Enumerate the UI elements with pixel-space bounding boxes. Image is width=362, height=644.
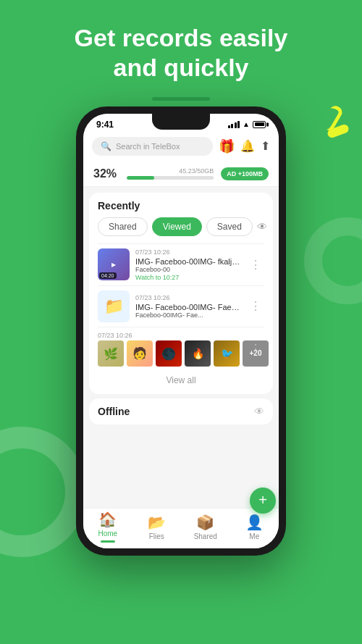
nav-home-indicator bbox=[101, 540, 115, 543]
file-item-video[interactable]: ▶ 04:20 07/23 10:26 IMG- Faceboo-00IMG- … bbox=[98, 243, 264, 285]
storage-percent: 32% bbox=[93, 167, 119, 180]
search-placeholder: Search in TeleBox bbox=[116, 142, 180, 151]
storage-used: 45.23/50GB bbox=[127, 167, 214, 175]
video-thumbnail: ▶ 04:20 bbox=[98, 248, 130, 280]
phone-notch bbox=[152, 114, 210, 130]
view-all-link[interactable]: View all bbox=[98, 371, 264, 387]
home-icon: 🏠 bbox=[98, 511, 117, 528]
image-thumb-3 bbox=[156, 340, 182, 367]
file-item-images[interactable]: 07/23 10:26 🧑 🐦 +20 ⋮ bbox=[98, 327, 264, 371]
offline-section: Offline 👁 bbox=[89, 398, 273, 425]
recently-title: Recently bbox=[98, 200, 264, 212]
gift-icon[interactable]: 🎁 bbox=[219, 138, 235, 154]
file-info-video: 07/23 10:26 IMG- Faceboo-00IMG- fkaljfa3… bbox=[135, 248, 241, 281]
image-thumb-1 bbox=[98, 340, 124, 367]
bell-icon[interactable]: 🔔 bbox=[240, 139, 255, 153]
content-area: Recently Shared Viewed Saved 👁 ▶ bbox=[83, 187, 279, 508]
file-watch: Watch to 10:27 bbox=[135, 274, 241, 281]
nav-home[interactable]: 🏠 Home bbox=[83, 509, 132, 548]
shared-icon: 📦 bbox=[196, 514, 214, 531]
filter-row: Shared Viewed Saved 👁 bbox=[98, 217, 264, 236]
search-bar[interactable]: 🔍 Search in TeleBox bbox=[92, 137, 213, 156]
file-name-1: IMG- Faceboo-00IMG- fkaljfa32r bbox=[135, 257, 241, 266]
storage-row: 32% 45.23/50GB AD +100MB bbox=[83, 162, 279, 187]
phone-screen: 9:41 ▲ 🔍 Se bbox=[83, 114, 279, 548]
me-icon: 👤 bbox=[245, 514, 264, 531]
file-date-2: 07/23 10:26 bbox=[135, 294, 241, 301]
filter-saved[interactable]: Saved bbox=[206, 217, 253, 236]
image-thumb-2: 🧑 bbox=[127, 340, 153, 367]
file-more-icon-3[interactable]: ⋮ bbox=[247, 342, 264, 356]
file-info-folder: 07/23 10:26 IMG- Faceboo-00IMG- Fae...IM… bbox=[135, 294, 241, 319]
status-icons: ▲ bbox=[228, 120, 266, 128]
recently-section: Recently Shared Viewed Saved 👁 ▶ bbox=[89, 193, 273, 394]
offline-eye-icon[interactable]: 👁 bbox=[254, 406, 264, 417]
phone-frame: 9:41 ▲ 🔍 Se bbox=[76, 106, 286, 556]
eye-icon[interactable]: 👁 bbox=[257, 221, 267, 233]
folder-icon: 📁 bbox=[104, 297, 124, 316]
file-more-icon-2[interactable]: ⋮ bbox=[247, 299, 264, 313]
video-duration: 04:20 bbox=[99, 272, 117, 279]
hero-line1: Get records easily bbox=[75, 24, 288, 51]
storage-bar: 45.23/50GB bbox=[127, 167, 214, 180]
nav-me-label: Me bbox=[249, 532, 259, 540]
nav-flies-label: Flies bbox=[149, 532, 164, 540]
ad-button[interactable]: AD +100MB bbox=[221, 167, 269, 180]
signal-icon bbox=[228, 121, 240, 128]
file-more-icon-1[interactable]: ⋮ bbox=[247, 258, 264, 272]
storage-fill bbox=[127, 176, 154, 180]
nav-me[interactable]: 👤 Me bbox=[230, 509, 279, 548]
nav-flies[interactable]: 📂 Flies bbox=[132, 509, 182, 548]
file-sub-1: Faceboo-00 bbox=[135, 266, 241, 273]
file-name-2: IMG- Faceboo-00IMG- Fae...IMG- bbox=[135, 303, 241, 311]
battery-icon bbox=[253, 121, 266, 128]
filter-shared[interactable]: Shared bbox=[98, 217, 148, 236]
status-time: 9:41 bbox=[96, 120, 114, 130]
search-icon: 🔍 bbox=[101, 141, 111, 151]
image-thumb-4 bbox=[185, 340, 211, 367]
folder-thumbnail: 📁 bbox=[98, 290, 130, 322]
image-thumb-5: 🐦 bbox=[214, 340, 240, 367]
file-date-1: 07/23 10:26 bbox=[135, 248, 241, 256]
wifi-icon: ▲ bbox=[243, 120, 250, 128]
file-item-folder[interactable]: 📁 07/23 10:26 IMG- Faceboo-00IMG- Fae...… bbox=[98, 285, 264, 327]
filter-viewed[interactable]: Viewed bbox=[152, 217, 202, 236]
hero-text: Get records easily and quickly bbox=[0, 0, 362, 94]
image-row: 🧑 🐦 +20 bbox=[98, 340, 241, 367]
upload-icon[interactable]: ⬆ bbox=[261, 139, 270, 153]
offline-title: Offline bbox=[98, 406, 130, 417]
flies-icon: 📂 bbox=[148, 514, 166, 531]
hero-line2: and quickly bbox=[113, 54, 248, 81]
fab-add-button[interactable]: + bbox=[250, 488, 276, 514]
file-info-images: 07/23 10:26 🧑 🐦 +20 bbox=[98, 332, 241, 367]
bottom-nav: 🏠 Home 📂 Flies 📦 Shared 👤 Me bbox=[83, 508, 279, 548]
nav-shared[interactable]: 📦 Shared bbox=[181, 509, 230, 548]
file-date-3: 07/23 10:26 bbox=[98, 332, 241, 339]
nav-home-label: Home bbox=[98, 530, 117, 538]
nav-shared-label: Shared bbox=[194, 532, 217, 540]
search-bar-row: 🔍 Search in TeleBox 🎁 🔔 ⬆ bbox=[83, 133, 279, 162]
file-sub-2: Faceboo-00IMG- Fae... bbox=[135, 311, 241, 319]
decorative-underline bbox=[152, 97, 210, 101]
